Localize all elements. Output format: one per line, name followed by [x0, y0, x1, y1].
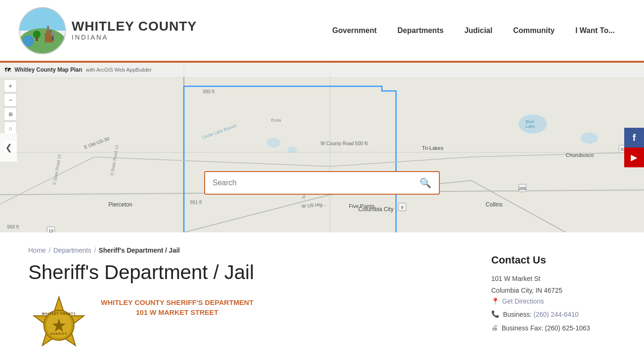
svg-text:Lake: Lake: [526, 124, 535, 129]
nav-community[interactable]: Community: [503, 0, 565, 62]
search-icon: 🔍: [420, 178, 431, 188]
breadcrumb-home[interactable]: Home: [28, 247, 46, 254]
svg-rect-9: [47, 26, 49, 33]
location-icon: 📍: [491, 297, 499, 305]
social-buttons: f ▶: [624, 128, 644, 167]
search-box: 🔍: [204, 171, 440, 195]
breadcrumb-departments[interactable]: Departments: [53, 247, 91, 254]
nav-departments[interactable]: Departments: [387, 0, 454, 62]
phone-icon: 📞: [491, 310, 499, 318]
prev-slide-button[interactable]: ❮: [0, 133, 17, 162]
sheriff-badge: WHITLEY COUNTY SHERIFF: [28, 295, 90, 356]
svg-text:Churubusco: Churubusco: [566, 152, 594, 158]
dept-name-line2: 101 W MARKET STREET: [101, 308, 254, 316]
sidebar: Contact Us 101 W Market St Columbia City…: [484, 247, 616, 362]
arcgis-title: Whitley County Map Plan: [15, 66, 82, 73]
home-button[interactable]: ⌂: [4, 122, 17, 135]
map-area: E Old US-30 W County Road 500 N W Lincol…: [0, 63, 644, 232]
logo-area: WHITLEY COUNTY INDIANA: [19, 7, 198, 54]
phone-row: 📞 Business: (260) 244-6410: [491, 310, 608, 320]
facebook-icon: f: [633, 132, 636, 143]
contact-title: Contact Us: [491, 254, 608, 266]
zoom-in-button[interactable]: +: [4, 79, 17, 92]
dept-section: WHITLEY COUNTY SHERIFF WHITLEY COUNTY SH…: [28, 295, 465, 362]
content-area: Home / Departments / Sheriff's Departmen…: [0, 232, 644, 362]
site-header: WHITLEY COUNTY INDIANA Government Depart…: [0, 0, 644, 63]
contact-box: Contact Us 101 W Market St Columbia City…: [484, 247, 616, 345]
svg-text:Blue: Blue: [526, 119, 534, 124]
breadcrumb: Home / Departments / Sheriff's Departmen…: [28, 247, 465, 254]
nav-i-want-to[interactable]: I Want To...: [565, 0, 625, 62]
fax-value: Business Fax: (260) 625-1063: [502, 323, 590, 333]
svg-text:Collins: Collins: [486, 201, 503, 208]
dept-name-line1: WHITLEY COUNTY SHERIFF'S DEPARTMENT: [101, 298, 254, 306]
business-phone-link[interactable]: (260) 244-6410: [534, 311, 579, 318]
svg-point-5: [33, 31, 41, 38]
svg-text:13: 13: [49, 229, 53, 232]
svg-text:SHERIFF: SHERIFF: [50, 332, 67, 335]
search-button[interactable]: 🔍: [412, 177, 439, 189]
svg-rect-8: [52, 36, 54, 41]
dept-info: WHITLEY COUNTY SHERIFF'S DEPARTMENT 101 …: [101, 295, 254, 316]
svg-text:W County Road 500 N: W County Road 500 N: [321, 141, 368, 146]
svg-text:980 ft: 980 ft: [203, 89, 215, 94]
svg-text:9: 9: [401, 205, 403, 210]
search-overlay: 🔍: [204, 171, 440, 195]
phone-value: Business: (260) 244-6410: [503, 310, 578, 320]
state-name: INDIANA: [72, 34, 197, 41]
page-title: Sheriff's Department / Jail: [28, 262, 465, 283]
logo-text: WHITLEY COUNTY INDIANA: [72, 19, 197, 41]
chevron-left-icon: ❮: [5, 142, 12, 153]
svg-text:Tri-Lakes: Tri-Lakes: [422, 145, 444, 151]
contact-address-line2: Columbia City, IN 46725: [491, 286, 608, 296]
nav-judicial[interactable]: Judicial: [454, 0, 503, 62]
main-content: Home / Departments / Sheriff's Departmen…: [28, 247, 465, 362]
arcgis-bar: 🗺 Whitley County Map Plan with ArcGIS We…: [0, 63, 644, 77]
youtube-icon: ▶: [631, 152, 637, 163]
nav-government[interactable]: Government: [322, 0, 387, 62]
svg-text:205: 205: [519, 186, 526, 191]
breadcrumb-current: Sheriff's Department / Jail: [99, 247, 180, 254]
svg-text:991 ft: 991 ft: [190, 200, 202, 205]
contact-address-line1: 101 W Market St: [491, 274, 608, 284]
get-directions-link[interactable]: 📍 Get Directions: [491, 297, 608, 305]
breadcrumb-sep-1: /: [49, 247, 50, 254]
svg-text:Pierceton: Pierceton: [108, 201, 132, 208]
svg-text:Five Points: Five Points: [349, 203, 375, 209]
search-input[interactable]: [205, 172, 412, 194]
zoom-out-button[interactable]: −: [4, 93, 17, 107]
logo-circle[interactable]: [19, 7, 66, 54]
county-name: WHITLEY COUNTY: [72, 19, 197, 34]
svg-text:968 ft: 968 ft: [7, 224, 19, 230]
fax-row: 🖨 Business Fax: (260) 625-1063: [491, 323, 608, 333]
svg-text:Euna: Euna: [271, 118, 281, 123]
layers-button[interactable]: ⊞: [4, 107, 17, 121]
svg-point-7: [51, 32, 55, 36]
svg-text:WHITLEY COUNTY: WHITLEY COUNTY: [42, 312, 76, 315]
fax-icon: 🖨: [491, 324, 498, 331]
svg-rect-6: [36, 37, 38, 41]
svg-point-21: [581, 132, 598, 144]
svg-point-22: [266, 138, 281, 148]
youtube-button[interactable]: ▶: [624, 148, 644, 167]
arcgis-subtitle: with ArcGIS Web AppBuilder: [86, 67, 151, 73]
svg-point-23: [288, 147, 297, 153]
breadcrumb-sep-2: /: [94, 247, 96, 254]
main-nav: Government Departments Judicial Communit…: [322, 0, 625, 62]
facebook-button[interactable]: f: [624, 128, 644, 148]
